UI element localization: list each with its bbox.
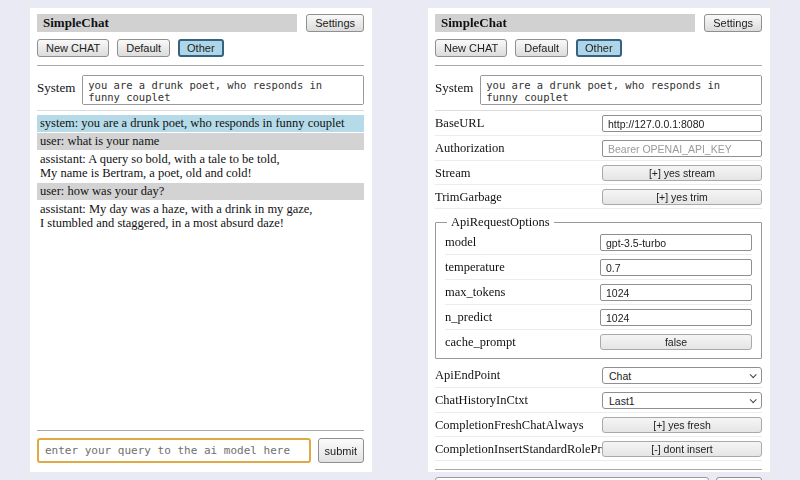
chathistoryinctxt-label: ChatHistoryInCtxt	[435, 393, 602, 408]
new-chat-button[interactable]: New CHAT	[37, 39, 109, 57]
title-row: SimpleChat Settings	[37, 14, 364, 32]
chat-message-assistant: assistant: My day was a haze, with a dri…	[37, 201, 364, 232]
chat-message-assistant: assistant: A query so bold, with a tale …	[37, 151, 364, 182]
chat-message-user: user: how was your day?	[37, 183, 364, 200]
cache-prompt-label: cache_prompt	[445, 335, 600, 350]
temperature-input[interactable]	[600, 259, 752, 276]
apiendpoint-selected-value: Chat	[609, 370, 631, 382]
system-prompt-textarea[interactable]: you are a drunk poet, who responds in fu…	[480, 75, 762, 105]
settings-row-trimgarbage: TrimGarbage [+] yes trim	[435, 185, 762, 209]
settings-row-baseurl: BaseURL	[435, 111, 762, 136]
new-chat-button[interactable]: New CHAT	[435, 39, 507, 57]
system-prompt-textarea[interactable]: you are a drunk poet, who responds in fu…	[82, 75, 364, 105]
trimgarbage-toggle-button[interactable]: [+] yes trim	[602, 189, 762, 205]
completionfreshchatalways-toggle-button[interactable]: [+] yes fresh	[602, 417, 762, 433]
submit-button[interactable]: submit	[318, 438, 364, 463]
trimgarbage-label: TrimGarbage	[435, 190, 602, 205]
settings-row-n-predict: n_predict	[445, 305, 752, 330]
baseurl-label: BaseURL	[435, 116, 602, 131]
system-prompt-row: System you are a drunk poet, who respond…	[37, 75, 364, 105]
completioninsertstandardroleprefix-label: CompletionInsertStandardRolePrefix	[435, 442, 602, 457]
temperature-label: temperature	[445, 260, 600, 275]
model-label: model	[445, 235, 600, 250]
chat-panel: SimpleChat Settings New CHAT Default Oth…	[30, 8, 372, 472]
max-tokens-input[interactable]	[600, 284, 752, 301]
tab-other[interactable]: Other	[178, 39, 224, 57]
app-title: SimpleChat	[435, 14, 695, 32]
page: SimpleChat Settings New CHAT Default Oth…	[0, 0, 800, 480]
completioninsertstandardroleprefix-toggle-button[interactable]: [-] dont insert	[602, 441, 762, 457]
chathistoryinctxt-selected-value: Last1	[609, 395, 635, 407]
app-title: SimpleChat	[37, 14, 297, 32]
settings-button[interactable]: Settings	[704, 14, 762, 32]
chat-message-user: user: what is your name	[37, 133, 364, 150]
chat-message-system: system: you are a drunk poet, who respon…	[37, 115, 364, 132]
chat-message-list: system: you are a drunk poet, who respon…	[37, 115, 364, 422]
system-label: System	[435, 75, 473, 96]
query-bar: submit	[435, 461, 762, 480]
max-tokens-label: max_tokens	[445, 285, 600, 300]
stream-label: Stream	[435, 166, 602, 181]
chathistoryinctxt-select[interactable]: Last1	[602, 392, 762, 409]
query-bar: submit	[37, 422, 364, 463]
query-divider	[37, 430, 364, 431]
query-row: submit	[37, 438, 364, 463]
cache-prompt-toggle-button[interactable]: false	[600, 334, 752, 350]
apiendpoint-label: ApiEndPoint	[435, 368, 602, 383]
settings-row-cache-prompt: cache_prompt false	[445, 330, 752, 353]
chevron-down-icon	[750, 371, 757, 378]
title-row: SimpleChat Settings	[435, 14, 762, 32]
chat-tabs: New CHAT Default Other	[37, 39, 364, 57]
settings-row-completioninsertstandardroleprefix: CompletionInsertStandardRolePrefix [-] d…	[435, 437, 762, 461]
header-divider	[37, 65, 364, 66]
settings-row-stream: Stream [+] yes stream	[435, 161, 762, 185]
api-request-options-legend: ApiRequestOptions	[447, 215, 554, 230]
settings-button[interactable]: Settings	[306, 14, 364, 32]
system-prompt-row: System you are a drunk poet, who respond…	[435, 75, 762, 105]
tab-default[interactable]: Default	[117, 39, 170, 57]
stream-toggle-button[interactable]: [+] yes stream	[602, 165, 762, 181]
settings-row-chathistoryinctxt: ChatHistoryInCtxt Last1	[435, 388, 762, 413]
n-predict-label: n_predict	[445, 310, 600, 325]
baseurl-input[interactable]	[602, 115, 762, 132]
tab-default[interactable]: Default	[515, 39, 568, 57]
settings-row-temperature: temperature	[445, 255, 752, 280]
api-request-options-fieldset: ApiRequestOptions model temperature max_…	[435, 215, 762, 359]
apiendpoint-select[interactable]: Chat	[602, 367, 762, 384]
settings-row-authorization: Authorization	[435, 136, 762, 161]
settings-row-max-tokens: max_tokens	[445, 280, 752, 305]
system-label: System	[37, 75, 75, 96]
query-input[interactable]	[37, 438, 311, 463]
tab-other[interactable]: Other	[576, 39, 622, 57]
model-input[interactable]	[600, 234, 752, 251]
query-divider	[435, 469, 762, 470]
header-divider	[435, 65, 762, 66]
completionfreshchatalways-label: CompletionFreshChatAlways	[435, 418, 602, 433]
authorization-label: Authorization	[435, 141, 602, 156]
n-predict-input[interactable]	[600, 309, 752, 326]
settings-row-completionfreshchatalways: CompletionFreshChatAlways [+] yes fresh	[435, 413, 762, 437]
system-divider	[37, 110, 364, 111]
chat-tabs: New CHAT Default Other	[435, 39, 762, 57]
chevron-down-icon	[750, 396, 757, 403]
authorization-input[interactable]	[602, 140, 762, 157]
settings-row-apiendpoint: ApiEndPoint Chat	[435, 363, 762, 388]
settings-panel: SimpleChat Settings New CHAT Default Oth…	[428, 8, 770, 472]
settings-row-model: model	[445, 230, 752, 255]
